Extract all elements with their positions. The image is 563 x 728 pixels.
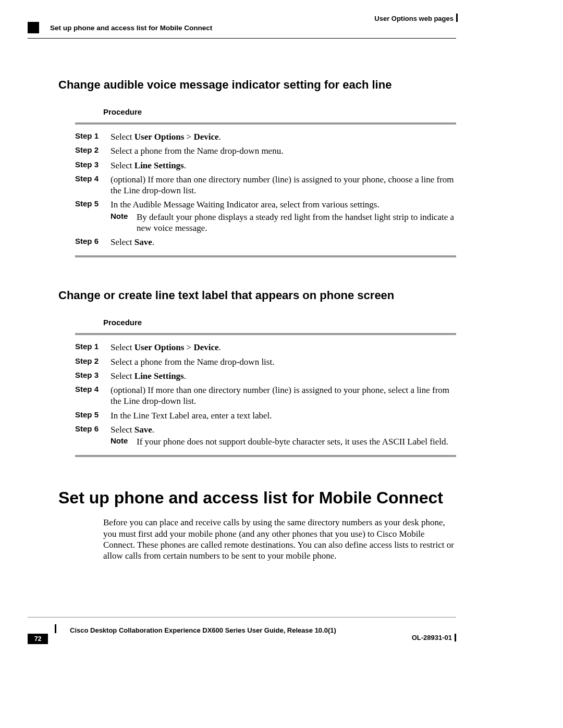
footer-rule (28, 617, 456, 618)
note-label: Note (111, 436, 137, 447)
step-row: Step 6 Select Save. (75, 235, 456, 249)
bold: Line Settings (134, 161, 184, 170)
bold: Device (193, 342, 218, 352)
step-body: In the Audible Message Waiting Indicator… (111, 198, 456, 235)
text: > (184, 132, 193, 142)
header-rule (28, 38, 456, 39)
section2-steps: Step 1 Select User Options > Device. Ste… (75, 340, 456, 449)
text: . (152, 237, 154, 247)
header-box-icon (28, 22, 39, 33)
bold: User Options (134, 342, 185, 352)
step-body: In the Line Text Label area, enter a tex… (111, 409, 456, 423)
procedure-label: Procedure (103, 318, 456, 327)
section2-title: Change or create line text label that ap… (58, 289, 456, 302)
step-body: Select User Options > Device. (111, 130, 456, 144)
chapter-title: Set up phone and access list for Mobile … (58, 488, 456, 508)
page-number: 72 (28, 634, 48, 644)
step-label: Step 3 (75, 158, 111, 172)
footer-bar-icon (455, 634, 456, 641)
step-label: Step 3 (75, 369, 111, 383)
header-left-text: Set up phone and access list for Mobile … (50, 24, 212, 32)
note-label: Note (111, 212, 137, 234)
text: Select (111, 132, 134, 142)
step-label: Step 5 (75, 198, 111, 235)
note-row: Note By default your phone displays a st… (111, 212, 456, 234)
step-row: Step 4 (optional) If more than one direc… (75, 383, 456, 409)
procedure-rule (75, 333, 456, 335)
page-header: User Options web pages Set up phone and … (0, 15, 563, 30)
text: Select (111, 161, 134, 170)
step-row: Step 2 Select a phone from the Name drop… (75, 355, 456, 369)
content-area: Change audible voice message indicator s… (58, 78, 456, 561)
step-body: Select Line Settings. (111, 158, 456, 172)
text: > (184, 342, 193, 352)
chapter-paragraph: Before you can place and receive calls b… (103, 517, 456, 561)
note-text: By default your phone displays a steady … (137, 212, 456, 234)
step-label: Step 4 (75, 172, 111, 198)
bold: User Options (134, 132, 185, 142)
step-body: Select User Options > Device. (111, 340, 456, 354)
procedure-rule (75, 122, 456, 125)
text: . (219, 132, 221, 142)
text: Select (111, 342, 134, 352)
step-row: Step 2 Select a phone from the Name drop… (75, 144, 456, 158)
text: In the Audible Message Waiting Indicator… (111, 199, 456, 210)
bold: Save (134, 237, 152, 247)
step-body: Select a phone from the Name drop-down m… (111, 144, 456, 158)
procedure-label: Procedure (103, 107, 456, 116)
text: . (184, 371, 186, 381)
footer-right-text: OL-28931-01 (412, 634, 452, 641)
step-row: Step 3 Select Line Settings. (75, 158, 456, 172)
text: . (152, 425, 154, 435)
bold: Device (193, 132, 218, 142)
step-body: (optional) If more than one directory nu… (111, 172, 456, 198)
step-label: Step 6 (75, 235, 111, 249)
step-body: Select Line Settings. (111, 369, 456, 383)
header-bar-icon (456, 14, 458, 22)
procedure-end-rule (75, 455, 456, 457)
text: . (184, 161, 186, 170)
step-row: Step 1 Select User Options > Device. (75, 130, 456, 144)
step-label: Step 2 (75, 355, 111, 369)
step-label: Step 5 (75, 409, 111, 423)
section1-title: Change audible voice message indicator s… (58, 78, 456, 92)
step-body: (optional) If more than one directory nu… (111, 383, 456, 409)
step-body: Select a phone from the Name drop-down l… (111, 355, 456, 369)
step-body: Select Save. (111, 235, 456, 249)
procedure-end-rule (75, 255, 456, 257)
step-row: Step 3 Select Line Settings. (75, 369, 456, 383)
bold: Save (134, 425, 152, 435)
page: User Options web pages Set up phone and … (0, 0, 563, 728)
footer-center-text: Cisco Desktop Collaboration Experience D… (70, 626, 336, 634)
bold: Line Settings (134, 371, 184, 381)
step-label: Step 2 (75, 144, 111, 158)
step-label: Step 1 (75, 340, 111, 354)
step-row: Step 1 Select User Options > Device. (75, 340, 456, 354)
text: Select (111, 371, 134, 381)
step-row: Step 6 Select Save. Note If your phone d… (75, 423, 456, 449)
step-label: Step 1 (75, 130, 111, 144)
step-row: Step 5 In the Audible Message Waiting In… (75, 198, 456, 235)
text: Select (111, 425, 134, 435)
note-text: If your phone does not support double-by… (137, 436, 456, 447)
text: Select (111, 237, 134, 247)
step-label: Step 6 (75, 423, 111, 449)
step-label: Step 4 (75, 383, 111, 409)
text: . (219, 342, 221, 352)
section1-steps: Step 1 Select User Options > Device. Ste… (75, 130, 456, 249)
step-body: Select Save. Note If your phone does not… (111, 423, 456, 449)
header-right-text: User Options web pages (374, 15, 454, 22)
step-row: Step 4 (optional) If more than one direc… (75, 172, 456, 198)
step-row: Step 5 In the Line Text Label area, ente… (75, 409, 456, 423)
note-row: Note If your phone does not support doub… (111, 436, 456, 447)
footer-bar-icon (55, 624, 56, 633)
